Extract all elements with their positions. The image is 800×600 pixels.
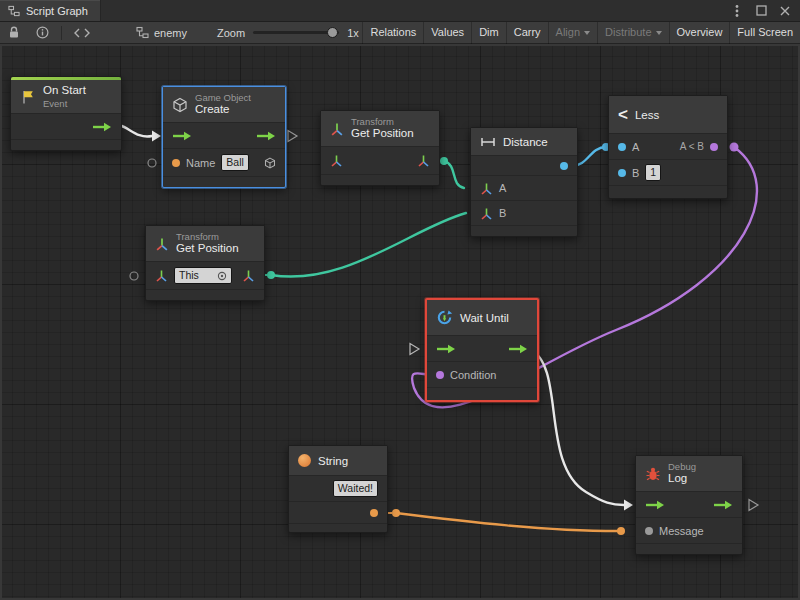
name-label: Name bbox=[186, 157, 215, 169]
node-title: On Start bbox=[43, 84, 86, 98]
maximize-icon[interactable] bbox=[754, 4, 768, 18]
overview-button[interactable]: Overview bbox=[669, 22, 730, 44]
distance-output-port[interactable] bbox=[560, 162, 568, 170]
less-a-port[interactable] bbox=[618, 143, 626, 151]
node-distance[interactable]: Distance A B bbox=[470, 127, 578, 237]
condition-row: Condition bbox=[427, 362, 537, 388]
wire-endpoint-dot bbox=[440, 157, 448, 165]
vector3-port-icon[interactable] bbox=[480, 207, 493, 220]
wire-string-to-log[interactable] bbox=[396, 513, 618, 531]
info-icon[interactable] bbox=[28, 22, 57, 44]
wire-endpoint-dot bbox=[730, 143, 739, 152]
node-debug-log[interactable]: Debug Log Message bbox=[635, 455, 743, 555]
string-value-field[interactable]: Waited! bbox=[333, 480, 378, 497]
node-on-start[interactable]: On Start Event bbox=[10, 76, 122, 151]
unconnected-flow-triangle[interactable] bbox=[288, 131, 297, 142]
wire-waituntil-to-log[interactable] bbox=[530, 349, 624, 505]
node-header: Debug Log bbox=[636, 456, 742, 492]
wire-getposition-to-distance-b[interactable] bbox=[271, 213, 466, 277]
input-row-a: A bbox=[471, 176, 577, 201]
full-screen-label: Full Screen bbox=[737, 22, 793, 43]
transform-input-port-icon[interactable] bbox=[330, 154, 343, 167]
condition-port[interactable] bbox=[436, 371, 444, 379]
transform-input-port-icon[interactable] bbox=[155, 269, 168, 282]
chevron-down-icon bbox=[584, 31, 590, 35]
node-get-position-top[interactable]: Transform Get Position bbox=[320, 110, 440, 186]
lock-icon[interactable] bbox=[0, 22, 28, 44]
bug-icon bbox=[645, 466, 661, 482]
values-button[interactable]: Values bbox=[423, 22, 471, 44]
wire-arrowhead bbox=[624, 500, 633, 511]
unconnected-port-circle[interactable] bbox=[130, 272, 138, 280]
name-input-port[interactable] bbox=[172, 159, 180, 167]
unconnected-flow-triangle[interactable] bbox=[410, 344, 419, 355]
message-label: Message bbox=[659, 525, 704, 537]
flow-input-port[interactable] bbox=[645, 500, 665, 510]
node-get-position-left[interactable]: Transform Get Position This bbox=[145, 225, 265, 301]
target-field[interactable]: This bbox=[174, 267, 232, 284]
port-b-label: B bbox=[632, 167, 639, 179]
b-value-field[interactable]: 1 bbox=[645, 164, 661, 181]
object-picker-icon[interactable] bbox=[217, 271, 227, 281]
node-footer bbox=[609, 186, 727, 198]
node-less[interactable]: < Less A A < B B 1 bbox=[608, 95, 728, 199]
wire-endpoint-dot bbox=[617, 527, 625, 535]
distribute-label: Distribute bbox=[605, 22, 651, 43]
wire-getposition-to-distance-a[interactable] bbox=[444, 161, 464, 188]
close-icon[interactable] bbox=[778, 4, 792, 18]
flow-output-port[interactable] bbox=[508, 344, 528, 354]
collapse-icon[interactable] bbox=[66, 22, 98, 44]
graph-canvas[interactable]: On Start Event Game Object Creat bbox=[0, 44, 800, 600]
message-port[interactable] bbox=[645, 527, 653, 535]
graph-name[interactable]: enemy bbox=[136, 26, 187, 39]
tab-script-graph[interactable]: Script Graph bbox=[0, 0, 101, 21]
zoom-control: Zoom 1x bbox=[217, 27, 359, 39]
node-footer bbox=[163, 177, 285, 187]
node-wait-until[interactable]: Wait Until Condition bbox=[425, 298, 539, 402]
zoom-slider[interactable] bbox=[253, 31, 339, 34]
node-create[interactable]: Game Object Create Name Ball bbox=[162, 86, 286, 188]
node-title: Create bbox=[195, 103, 251, 117]
name-field[interactable]: Ball bbox=[221, 154, 249, 171]
graph-name-label: enemy bbox=[154, 27, 187, 39]
flow-output-port[interactable] bbox=[256, 131, 276, 141]
zoom-slider-knob[interactable] bbox=[327, 27, 338, 38]
align-button[interactable]: Align bbox=[548, 22, 597, 44]
wire-arrowhead bbox=[152, 131, 161, 142]
string-output-port[interactable] bbox=[370, 509, 378, 517]
overview-label: Overview bbox=[677, 22, 723, 43]
vector3-output-port-icon[interactable] bbox=[242, 269, 255, 282]
transform-icon bbox=[155, 237, 169, 251]
flow-input-port[interactable] bbox=[172, 131, 192, 141]
unconnected-flow-triangle[interactable] bbox=[749, 500, 758, 511]
name-field-value: Ball bbox=[226, 155, 244, 170]
flow-output-port[interactable] bbox=[713, 500, 733, 510]
port-row bbox=[321, 147, 439, 175]
node-title: String bbox=[318, 455, 348, 467]
node-header: Game Object Create bbox=[163, 87, 285, 123]
carry-button[interactable]: Carry bbox=[506, 22, 548, 44]
gameobject-output-port-cube-icon[interactable] bbox=[264, 157, 276, 169]
titlebar: Script Graph bbox=[0, 0, 800, 22]
dim-button[interactable]: Dim bbox=[471, 22, 506, 44]
full-screen-button[interactable]: Full Screen bbox=[729, 22, 800, 44]
string-icon bbox=[298, 454, 311, 467]
unconnected-port-circle[interactable] bbox=[148, 159, 156, 167]
node-title: Log bbox=[668, 472, 696, 486]
less-b-port[interactable] bbox=[618, 169, 626, 177]
chevron-down-icon bbox=[656, 31, 662, 35]
flow-input-port[interactable] bbox=[436, 344, 456, 354]
less-output-port[interactable] bbox=[710, 143, 718, 151]
vector3-output-port-icon[interactable] bbox=[417, 154, 430, 167]
flow-row bbox=[11, 114, 121, 140]
relations-button[interactable]: Relations bbox=[362, 22, 423, 44]
values-label: Values bbox=[431, 22, 464, 43]
flag-icon bbox=[20, 89, 36, 105]
node-header: String bbox=[289, 446, 387, 476]
window-menu-icon[interactable] bbox=[730, 4, 744, 18]
vector3-port-icon[interactable] bbox=[480, 182, 493, 195]
output-label: A < B bbox=[680, 141, 704, 152]
flow-output-port[interactable] bbox=[92, 122, 112, 132]
distribute-button[interactable]: Distribute bbox=[597, 22, 668, 44]
node-string[interactable]: String Waited! bbox=[288, 445, 388, 533]
